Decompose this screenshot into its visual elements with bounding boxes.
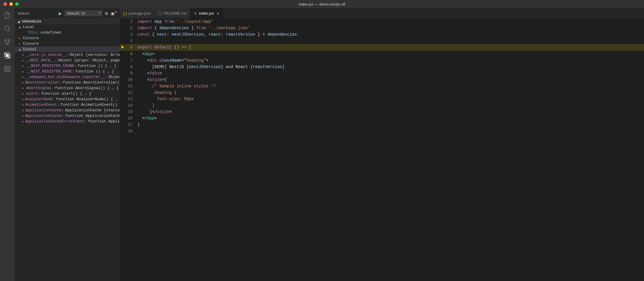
variable-key: alert: bbox=[26, 91, 40, 96]
line-number: 15 bbox=[126, 109, 137, 115]
code-line[interactable]: 3const { next: nextJSVersion, react: rea… bbox=[120, 31, 644, 38]
variable-row[interactable]: ▸AnimationEvent: function AnimationEvent… bbox=[15, 102, 120, 107]
source-control-icon[interactable] bbox=[3, 38, 11, 46]
extensions-icon[interactable] bbox=[3, 65, 11, 73]
code-line[interactable]: 18 bbox=[120, 128, 644, 134]
code-content: import App from '../layout/App' bbox=[137, 18, 644, 25]
close-icon[interactable]: × bbox=[217, 11, 219, 16]
breakpoint-gutter[interactable] bbox=[120, 122, 126, 128]
code-line[interactable]: 11 /* Sample inline styles */ bbox=[120, 83, 644, 89]
breakpoint-gutter[interactable] bbox=[120, 109, 126, 115]
variable-row[interactable]: ▸ApplicationCache: function ApplicationC… bbox=[15, 113, 120, 119]
line-number: 6 bbox=[126, 51, 137, 57]
debug-config-select[interactable]: NextJS: UI bbox=[64, 10, 102, 16]
code-content: } bbox=[137, 102, 644, 109]
search-icon[interactable] bbox=[3, 25, 11, 33]
code-line[interactable]: 10 <style>{` bbox=[120, 77, 644, 83]
variable-row[interactable]: ▸applicationCache: ApplicationCache {sta… bbox=[15, 107, 120, 113]
code-line[interactable]: 13 font-size: 50px bbox=[120, 96, 644, 102]
breakpoint-gutter[interactable] bbox=[120, 18, 126, 25]
breakpoint-gutter[interactable] bbox=[120, 128, 126, 134]
twisty-icon: ▸ bbox=[22, 75, 24, 79]
breakpoint-gutter[interactable] bbox=[120, 31, 126, 38]
scope-row[interactable]: ◢Global bbox=[15, 46, 120, 52]
variable-row[interactable]: ▸AnalyserNode: function AnalyserNode() {… bbox=[15, 96, 120, 102]
variable-row[interactable]: ▸AbortController: function AbortControll… bbox=[15, 80, 120, 85]
breakpoint-gutter[interactable] bbox=[120, 64, 126, 70]
start-debug-button[interactable]: ▶ bbox=[59, 11, 62, 16]
close-window-button[interactable] bbox=[4, 2, 7, 6]
breakpoint-gutter[interactable] bbox=[120, 96, 126, 102]
code-line[interactable]: 12 .heading { bbox=[120, 89, 644, 96]
code-line[interactable]: 2import { dependencies } from '../packag… bbox=[120, 25, 644, 31]
breakpoint-gutter[interactable] bbox=[120, 102, 126, 109]
variable-key: ApplicationCache: bbox=[25, 114, 64, 118]
svg-point-3 bbox=[5, 39, 6, 41]
breakpoint-gutter[interactable] bbox=[120, 51, 126, 57]
variables-section-header[interactable]: ◢ VARIABLES bbox=[15, 18, 120, 24]
code-line[interactable]: 6 <App> bbox=[120, 51, 644, 57]
minimize-window-button[interactable] bbox=[9, 2, 13, 6]
line-number: 4 bbox=[126, 38, 137, 44]
tab-index-jsx[interactable]: ⚛index.jsx× bbox=[190, 8, 223, 18]
code-content: `}</style> bbox=[137, 109, 644, 115]
variable-row[interactable]: ▸ApplicationCacheErrorEvent: function Ap… bbox=[15, 119, 120, 124]
code-line[interactable]: 1import App from '../layout/App' bbox=[120, 18, 644, 25]
line-number: 1 bbox=[126, 18, 137, 25]
zoom-window-button[interactable] bbox=[15, 2, 19, 6]
code-line[interactable]: 5export default () => ( bbox=[120, 44, 644, 51]
debug-label: DEBUG bbox=[18, 12, 30, 15]
breakpoint-gutter[interactable] bbox=[120, 77, 126, 83]
scope-row[interactable]: ▸Closure bbox=[15, 35, 120, 41]
code-content: font-size: 50px bbox=[137, 96, 644, 102]
debug-console-icon[interactable]: ▣ bbox=[111, 11, 117, 16]
variable-value: function AbortSignal() { … } bbox=[55, 86, 119, 90]
scope-row[interactable]: ◢Local bbox=[15, 24, 120, 30]
code-line[interactable]: 7 <div className="heading"> bbox=[120, 57, 644, 64]
variable-row[interactable]: ▸__NEXT_DATA__: Object {props: Object, p… bbox=[15, 58, 120, 63]
twisty-icon: ▸ bbox=[22, 53, 24, 57]
variable-value: function AnalyserNode() { … } bbox=[56, 97, 120, 101]
code-line[interactable]: 4 bbox=[120, 38, 644, 44]
code-line[interactable]: 14 } bbox=[120, 102, 644, 109]
breakpoint-gutter[interactable] bbox=[120, 70, 126, 77]
scope-row[interactable]: ▸Closure bbox=[15, 41, 120, 46]
code-line[interactable]: 8 [DEMO] NextJS {nextJSVersion} and Reac… bbox=[120, 64, 644, 70]
debug-icon[interactable] bbox=[3, 51, 11, 60]
breakpoint-gutter[interactable] bbox=[120, 115, 126, 122]
variable-value: function Application… bbox=[88, 119, 120, 124]
variable-row[interactable]: ▸alert: function alert() { … } bbox=[15, 91, 120, 96]
variable-row[interactable]: ▸__NEXT_REGISTER_PAGE: function () { … } bbox=[15, 69, 120, 74]
variable-row[interactable]: ▸__core-js_shared__: Object {versions: A… bbox=[15, 52, 120, 58]
explorer-icon[interactable] bbox=[3, 11, 11, 19]
code-line[interactable]: 17) bbox=[120, 122, 644, 128]
breakpoint-gutter[interactable] bbox=[120, 38, 126, 44]
tab-package-json[interactable]: { }package.json bbox=[120, 8, 155, 18]
react-icon: ⚛ bbox=[194, 11, 197, 15]
code-line[interactable]: 15 `}</style> bbox=[120, 109, 644, 115]
breakpoint-gutter[interactable] bbox=[120, 57, 126, 64]
variable-key: ApplicationCacheErrorEvent: bbox=[25, 119, 87, 124]
window-title: index.jsx — demo-nextjs-v6 bbox=[299, 2, 345, 6]
variable-key: __NEXT_REGISTER_CHUNK: bbox=[26, 64, 77, 68]
breakpoint-gutter[interactable] bbox=[120, 44, 126, 51]
variable-key: AbortController: bbox=[25, 80, 62, 85]
breakpoint-gutter[interactable] bbox=[120, 83, 126, 89]
variable-row[interactable]: ▸__webpack_hot_middleware_reporter__: Ob… bbox=[15, 74, 120, 80]
line-number: 16 bbox=[126, 115, 137, 122]
variable-value: Object {cle… bbox=[108, 75, 120, 79]
code-line[interactable]: 16 </App> bbox=[120, 115, 644, 122]
breakpoint-gutter[interactable] bbox=[120, 25, 126, 31]
variable-row[interactable]: ▸__NEXT_REGISTER_CHUNK: function () { … … bbox=[15, 63, 120, 69]
line-number: 3 bbox=[126, 31, 137, 38]
gear-icon[interactable]: ⚙ bbox=[105, 11, 108, 16]
code-content bbox=[137, 128, 644, 134]
tab-README-md[interactable]: ⓘREADME.md bbox=[155, 8, 190, 18]
variable-key: applicationCache: bbox=[25, 108, 64, 112]
breakpoint-gutter[interactable] bbox=[120, 89, 126, 96]
variable-row[interactable]: this: undefined bbox=[15, 30, 120, 35]
editor-body[interactable]: 1import App from '../layout/App'2import … bbox=[120, 18, 644, 281]
variable-row[interactable]: ▸AbortSignal: function AbortSignal() { …… bbox=[15, 85, 120, 91]
code-line[interactable]: 9 </div> bbox=[120, 70, 644, 77]
info-icon: ⓘ bbox=[158, 11, 162, 16]
